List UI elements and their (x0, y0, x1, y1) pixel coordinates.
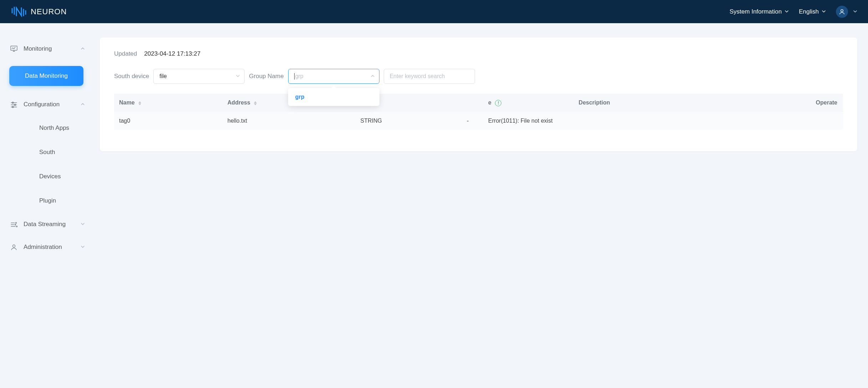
monitor-icon (9, 45, 19, 53)
sidebar-item-data-monitoring[interactable]: Data Monitoring (9, 66, 83, 86)
sidebar-item-label: Plugin (39, 197, 56, 204)
svg-point-14 (16, 226, 17, 227)
col-label: Address (228, 99, 250, 106)
group-option-grp[interactable]: grp (288, 90, 379, 104)
brand-logo-icon (11, 6, 26, 17)
sidebar-item-label: Data Monitoring (25, 72, 68, 79)
col-value (462, 94, 483, 112)
sidebar-item-south-devices[interactable]: South Devices (9, 140, 83, 189)
cell-operate (734, 112, 843, 130)
system-information-menu[interactable]: System Information (730, 8, 789, 15)
table-header-row: Name Address Type e ! (114, 94, 843, 112)
south-device-label: South device (114, 73, 149, 80)
cell-name: tag0 (114, 112, 223, 130)
text-cursor (294, 73, 295, 80)
system-information-label: System Information (730, 8, 782, 15)
sidebar-item-label: South Devices (39, 149, 61, 180)
chevron-down-icon (236, 73, 240, 80)
updated-row: Updated 2023-04-12 17:13:27 (114, 50, 843, 57)
cell-description: Error(1011): File not exist (483, 112, 734, 130)
chevron-up-icon (81, 101, 85, 108)
filter-row: South device file Group Name grp (114, 69, 843, 84)
sidebar-item-north-apps[interactable]: North Apps (9, 116, 83, 140)
cell-value: - (462, 112, 483, 130)
sidebar-group-data-streaming: Data Streaming (0, 213, 93, 236)
sidebar-title-label: Data Streaming (24, 221, 66, 228)
brand-name: NEURON (31, 7, 67, 16)
group-name-select[interactable]: grp (288, 69, 379, 84)
south-device-value: file (159, 73, 167, 80)
table-row: tag0 hello.txt STRING - Error(1011): Fil… (114, 112, 843, 130)
sidebar-title-label: Administration (24, 244, 62, 251)
user-menu[interactable] (836, 6, 857, 18)
svg-point-15 (13, 245, 15, 247)
data-table: Name Address Type e ! (114, 94, 843, 130)
svg-point-12 (16, 223, 17, 224)
sidebar: Monitoring Data Monitoring Configuration (0, 23, 93, 259)
sidebar-item-plugin[interactable]: Plugin (9, 189, 83, 213)
col-operate: Operate (734, 94, 843, 112)
chevron-up-icon (371, 73, 375, 80)
svg-rect-5 (11, 46, 17, 50)
brand: NEURON (11, 6, 67, 17)
sidebar-title-data-streaming[interactable]: Data Streaming (0, 213, 93, 236)
sidebar-title-label: Monitoring (24, 45, 52, 52)
cell-address: hello.txt (223, 112, 356, 130)
content-card: Updated 2023-04-12 17:13:27 South device… (100, 37, 857, 151)
col-label: Name (119, 99, 135, 106)
svg-point-4 (841, 9, 843, 11)
col-label: Operate (816, 99, 837, 106)
group-name-label: Group Name (249, 73, 284, 80)
user-icon (9, 243, 19, 251)
group-select-wrapper: grp grp (288, 69, 379, 84)
stream-icon (9, 220, 19, 228)
updated-label: Updated (114, 50, 137, 57)
sidebar-title-configuration[interactable]: Configuration (0, 93, 93, 116)
group-dropdown: grp (288, 88, 379, 106)
main-content: Updated 2023-04-12 17:13:27 South device… (93, 23, 868, 259)
sidebar-group-configuration: Configuration North Apps South Devices P… (0, 93, 93, 213)
south-device-select[interactable]: file (153, 69, 245, 84)
col-label: Description (579, 99, 610, 106)
language-label: English (799, 8, 819, 15)
avatar (836, 6, 848, 18)
app-header: NEURON System Information English (0, 0, 868, 23)
col-value-partial: e ! (483, 94, 574, 112)
sort-icon[interactable] (254, 101, 257, 105)
cell-type: STRING (356, 112, 462, 130)
col-label: e (488, 99, 491, 106)
chevron-up-icon (81, 45, 85, 52)
chevron-down-icon (785, 8, 789, 15)
chevron-down-icon (853, 9, 857, 15)
keyword-search-input[interactable] (384, 69, 475, 84)
chevron-down-icon (822, 8, 826, 15)
sliders-icon (9, 101, 19, 108)
info-icon[interactable]: ! (495, 100, 501, 106)
sidebar-group-administration: Administration (0, 236, 93, 259)
sidebar-item-label: North Apps (39, 124, 69, 131)
language-menu[interactable]: English (799, 8, 826, 15)
layout: Monitoring Data Monitoring Configuration (0, 23, 868, 259)
col-name[interactable]: Name (114, 94, 223, 112)
updated-value: 2023-04-12 17:13:27 (144, 50, 200, 57)
col-description: Description (574, 94, 734, 112)
header-right: System Information English (730, 6, 857, 18)
sidebar-title-monitoring[interactable]: Monitoring (0, 37, 93, 60)
group-option-label: grp (295, 94, 305, 100)
svg-point-13 (15, 224, 16, 225)
sidebar-group-monitoring: Monitoring Data Monitoring (0, 37, 93, 86)
sidebar-title-administration[interactable]: Administration (0, 236, 93, 259)
sidebar-title-label: Configuration (24, 101, 60, 108)
chevron-down-icon (81, 244, 85, 251)
sort-icon[interactable] (138, 101, 141, 105)
group-name-placeholder: grp (295, 73, 303, 80)
chevron-down-icon (81, 221, 85, 228)
